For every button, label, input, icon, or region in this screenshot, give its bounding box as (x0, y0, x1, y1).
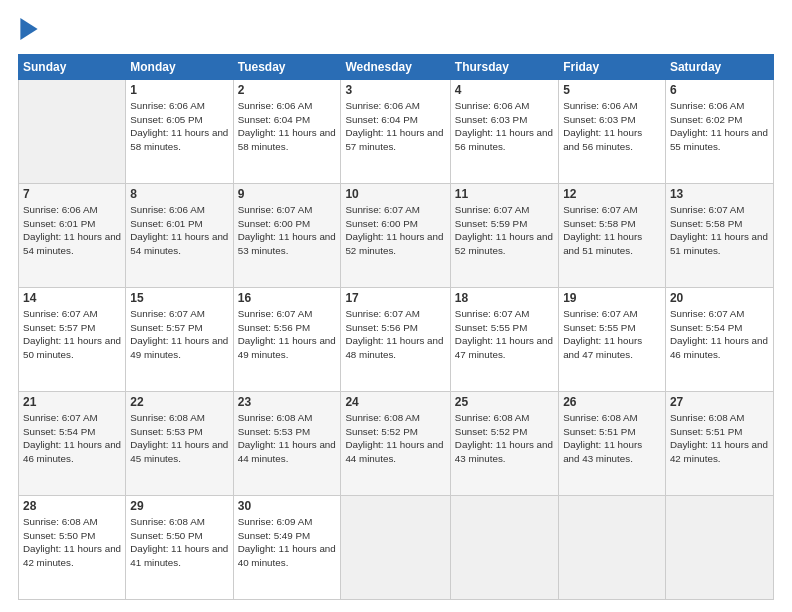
day-info: Sunrise: 6:06 AMSunset: 6:01 PMDaylight:… (130, 203, 228, 258)
column-header-friday: Friday (559, 55, 666, 80)
day-info: Sunrise: 6:07 AMSunset: 6:00 PMDaylight:… (345, 203, 445, 258)
day-cell: 24Sunrise: 6:08 AMSunset: 5:52 PMDayligh… (341, 392, 450, 496)
week-row-4: 21Sunrise: 6:07 AMSunset: 5:54 PMDayligh… (19, 392, 774, 496)
day-cell: 30Sunrise: 6:09 AMSunset: 5:49 PMDayligh… (233, 496, 341, 600)
day-number: 9 (238, 187, 337, 201)
day-cell: 18Sunrise: 6:07 AMSunset: 5:55 PMDayligh… (450, 288, 558, 392)
day-info: Sunrise: 6:08 AMSunset: 5:53 PMDaylight:… (238, 411, 337, 466)
week-row-1: 1Sunrise: 6:06 AMSunset: 6:05 PMDaylight… (19, 80, 774, 184)
day-info: Sunrise: 6:07 AMSunset: 5:54 PMDaylight:… (670, 307, 769, 362)
column-header-monday: Monday (126, 55, 233, 80)
week-row-3: 14Sunrise: 6:07 AMSunset: 5:57 PMDayligh… (19, 288, 774, 392)
day-number: 8 (130, 187, 228, 201)
day-number: 6 (670, 83, 769, 97)
day-cell: 15Sunrise: 6:07 AMSunset: 5:57 PMDayligh… (126, 288, 233, 392)
day-cell: 17Sunrise: 6:07 AMSunset: 5:56 PMDayligh… (341, 288, 450, 392)
day-cell: 14Sunrise: 6:07 AMSunset: 5:57 PMDayligh… (19, 288, 126, 392)
day-info: Sunrise: 6:08 AMSunset: 5:51 PMDaylight:… (670, 411, 769, 466)
day-number: 16 (238, 291, 337, 305)
svg-marker-0 (20, 18, 37, 40)
day-info: Sunrise: 6:06 AMSunset: 6:02 PMDaylight:… (670, 99, 769, 154)
day-number: 17 (345, 291, 445, 305)
day-number: 5 (563, 83, 661, 97)
day-number: 11 (455, 187, 554, 201)
day-cell: 1Sunrise: 6:06 AMSunset: 6:05 PMDaylight… (126, 80, 233, 184)
day-info: Sunrise: 6:08 AMSunset: 5:53 PMDaylight:… (130, 411, 228, 466)
day-info: Sunrise: 6:08 AMSunset: 5:50 PMDaylight:… (130, 515, 228, 570)
day-info: Sunrise: 6:06 AMSunset: 6:04 PMDaylight:… (345, 99, 445, 154)
column-header-sunday: Sunday (19, 55, 126, 80)
header (18, 18, 774, 44)
day-number: 29 (130, 499, 228, 513)
day-info: Sunrise: 6:06 AMSunset: 6:03 PMDaylight:… (563, 99, 661, 154)
day-cell: 19Sunrise: 6:07 AMSunset: 5:55 PMDayligh… (559, 288, 666, 392)
day-number: 2 (238, 83, 337, 97)
day-number: 23 (238, 395, 337, 409)
day-number: 10 (345, 187, 445, 201)
day-cell: 9Sunrise: 6:07 AMSunset: 6:00 PMDaylight… (233, 184, 341, 288)
day-number: 14 (23, 291, 121, 305)
day-number: 24 (345, 395, 445, 409)
day-cell: 12Sunrise: 6:07 AMSunset: 5:58 PMDayligh… (559, 184, 666, 288)
day-cell: 28Sunrise: 6:08 AMSunset: 5:50 PMDayligh… (19, 496, 126, 600)
day-info: Sunrise: 6:06 AMSunset: 6:03 PMDaylight:… (455, 99, 554, 154)
day-number: 15 (130, 291, 228, 305)
day-number: 25 (455, 395, 554, 409)
day-cell (559, 496, 666, 600)
day-cell: 8Sunrise: 6:06 AMSunset: 6:01 PMDaylight… (126, 184, 233, 288)
day-number: 4 (455, 83, 554, 97)
day-cell: 13Sunrise: 6:07 AMSunset: 5:58 PMDayligh… (665, 184, 773, 288)
day-number: 28 (23, 499, 121, 513)
day-cell: 4Sunrise: 6:06 AMSunset: 6:03 PMDaylight… (450, 80, 558, 184)
calendar-table: SundayMondayTuesdayWednesdayThursdayFrid… (18, 54, 774, 600)
column-header-tuesday: Tuesday (233, 55, 341, 80)
day-cell: 11Sunrise: 6:07 AMSunset: 5:59 PMDayligh… (450, 184, 558, 288)
calendar-page: SundayMondayTuesdayWednesdayThursdayFrid… (0, 0, 792, 612)
day-cell: 21Sunrise: 6:07 AMSunset: 5:54 PMDayligh… (19, 392, 126, 496)
day-number: 27 (670, 395, 769, 409)
day-info: Sunrise: 6:07 AMSunset: 5:59 PMDaylight:… (455, 203, 554, 258)
day-info: Sunrise: 6:06 AMSunset: 6:04 PMDaylight:… (238, 99, 337, 154)
day-info: Sunrise: 6:06 AMSunset: 6:05 PMDaylight:… (130, 99, 228, 154)
column-header-saturday: Saturday (665, 55, 773, 80)
day-info: Sunrise: 6:07 AMSunset: 5:58 PMDaylight:… (563, 203, 661, 258)
day-number: 20 (670, 291, 769, 305)
day-number: 22 (130, 395, 228, 409)
day-info: Sunrise: 6:08 AMSunset: 5:51 PMDaylight:… (563, 411, 661, 466)
week-row-2: 7Sunrise: 6:06 AMSunset: 6:01 PMDaylight… (19, 184, 774, 288)
day-cell: 2Sunrise: 6:06 AMSunset: 6:04 PMDaylight… (233, 80, 341, 184)
logo-icon (20, 18, 38, 40)
column-header-wednesday: Wednesday (341, 55, 450, 80)
column-header-thursday: Thursday (450, 55, 558, 80)
day-info: Sunrise: 6:06 AMSunset: 6:01 PMDaylight:… (23, 203, 121, 258)
day-cell: 22Sunrise: 6:08 AMSunset: 5:53 PMDayligh… (126, 392, 233, 496)
day-info: Sunrise: 6:07 AMSunset: 5:55 PMDaylight:… (455, 307, 554, 362)
day-cell: 26Sunrise: 6:08 AMSunset: 5:51 PMDayligh… (559, 392, 666, 496)
day-number: 30 (238, 499, 337, 513)
day-cell: 25Sunrise: 6:08 AMSunset: 5:52 PMDayligh… (450, 392, 558, 496)
logo (18, 18, 38, 44)
day-cell: 5Sunrise: 6:06 AMSunset: 6:03 PMDaylight… (559, 80, 666, 184)
day-cell: 16Sunrise: 6:07 AMSunset: 5:56 PMDayligh… (233, 288, 341, 392)
day-cell: 10Sunrise: 6:07 AMSunset: 6:00 PMDayligh… (341, 184, 450, 288)
day-number: 26 (563, 395, 661, 409)
day-number: 13 (670, 187, 769, 201)
day-number: 12 (563, 187, 661, 201)
day-info: Sunrise: 6:07 AMSunset: 5:58 PMDaylight:… (670, 203, 769, 258)
day-cell: 7Sunrise: 6:06 AMSunset: 6:01 PMDaylight… (19, 184, 126, 288)
day-number: 7 (23, 187, 121, 201)
day-info: Sunrise: 6:08 AMSunset: 5:50 PMDaylight:… (23, 515, 121, 570)
day-info: Sunrise: 6:07 AMSunset: 5:56 PMDaylight:… (345, 307, 445, 362)
day-cell: 20Sunrise: 6:07 AMSunset: 5:54 PMDayligh… (665, 288, 773, 392)
day-cell (450, 496, 558, 600)
day-cell: 27Sunrise: 6:08 AMSunset: 5:51 PMDayligh… (665, 392, 773, 496)
day-info: Sunrise: 6:07 AMSunset: 5:56 PMDaylight:… (238, 307, 337, 362)
day-info: Sunrise: 6:07 AMSunset: 5:57 PMDaylight:… (23, 307, 121, 362)
day-cell: 3Sunrise: 6:06 AMSunset: 6:04 PMDaylight… (341, 80, 450, 184)
day-info: Sunrise: 6:08 AMSunset: 5:52 PMDaylight:… (345, 411, 445, 466)
day-number: 18 (455, 291, 554, 305)
day-number: 19 (563, 291, 661, 305)
week-row-5: 28Sunrise: 6:08 AMSunset: 5:50 PMDayligh… (19, 496, 774, 600)
day-cell (665, 496, 773, 600)
day-cell: 29Sunrise: 6:08 AMSunset: 5:50 PMDayligh… (126, 496, 233, 600)
